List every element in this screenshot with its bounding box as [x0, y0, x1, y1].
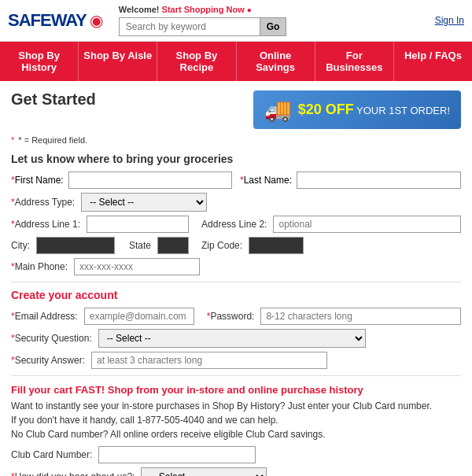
address-line1-label: *Address Line 1: [11, 219, 80, 230]
email-label: *Email Address: [11, 311, 78, 322]
nav-item-business[interactable]: For Businesses [315, 42, 394, 81]
banner-subtitle: YOUR 1ST ORDER! [356, 105, 450, 116]
sign-in-link[interactable]: Sign In [435, 15, 464, 26]
header: SAFEWAY ◉ Welcome! Start Shopping Now ● … [0, 0, 472, 42]
search-row: Go [119, 17, 419, 36]
security-answer-label: *Security Answer: [11, 355, 85, 366]
logo-icon: ◉ [90, 11, 103, 30]
logo-text: SAFEWAY [8, 10, 87, 31]
first-name-col: *First Name: [11, 172, 232, 189]
fill-cart-desc2: If you don't have it handy, call 1-877-5… [11, 413, 461, 427]
nav-bar: Shop By History Shop By Aisle Shop By Re… [0, 42, 472, 81]
last-name-label: *Last Name: [240, 175, 292, 186]
address-line1-input[interactable] [87, 216, 189, 233]
security-question-select[interactable]: -- Select -- [98, 329, 366, 348]
email-input[interactable] [84, 308, 194, 325]
fill-cart-desc1: Want to instantly see your in-store purc… [11, 399, 461, 413]
main-content: Get Started 🚚 $20 OFF YOUR 1ST ORDER! * … [0, 81, 472, 476]
address-line2-label: Address Line 2: [201, 219, 267, 230]
city-label: City: [11, 240, 30, 251]
phone-row: *Main Phone: [11, 258, 461, 275]
top-section: Get Started 🚚 $20 OFF YOUR 1ST ORDER! [11, 90, 461, 129]
name-row: *First Name: *Last Name: [11, 172, 461, 189]
security-question-label: *Security Question: [11, 333, 92, 344]
password-label: *Password: [207, 311, 255, 322]
state-input[interactable] [157, 237, 189, 254]
search-button[interactable]: Go [260, 17, 287, 36]
nav-item-history[interactable]: Shop By History [0, 42, 79, 81]
last-name-col: *Last Name: [240, 172, 461, 189]
first-name-label: *First Name: [11, 175, 64, 186]
get-started-title: Get Started [11, 90, 96, 109]
phone-input[interactable] [74, 258, 200, 275]
security-answer-row: *Security Answer: [11, 352, 461, 369]
city-input[interactable] [36, 237, 115, 254]
first-name-input[interactable] [68, 172, 232, 189]
zip-input[interactable] [249, 237, 304, 254]
state-label: State [129, 240, 151, 251]
address-line2-input[interactable] [273, 216, 461, 233]
account-section-title: Create your account [11, 289, 461, 301]
discount-text: $20 OFF [298, 101, 354, 117]
club-card-label: Club Card Number: [11, 449, 92, 460]
password-input[interactable] [260, 308, 461, 325]
hear-about-row: *How did you hear about us?: -- Select -… [11, 467, 461, 476]
nav-item-aisle[interactable]: Shop By Aisle [79, 42, 157, 81]
club-card-row: Club Card Number: [11, 446, 461, 463]
fill-cart-title: Fill your cart FAST! Shop from your in-s… [11, 384, 461, 396]
hear-about-select[interactable]: -- Select -- [141, 467, 267, 476]
security-answer-input[interactable] [91, 352, 327, 369]
nav-item-recipe[interactable]: Shop By Recipe [157, 42, 236, 81]
truck-icon: 🚚 [264, 97, 292, 123]
address-type-row: *Address Type: -- Select -- [11, 193, 461, 212]
hear-about-label: *How did you hear about us?: [11, 471, 135, 476]
banner-text: $20 OFF YOUR 1ST ORDER! [298, 101, 450, 119]
fill-cart-desc3: No Club Card number? All online orders r… [11, 427, 461, 441]
required-note: * * = Required field. [11, 135, 461, 145]
nav-item-help[interactable]: Help / FAQs [394, 42, 472, 81]
promo-banner: 🚚 $20 OFF YOUR 1ST ORDER! [253, 90, 461, 129]
address-type-select[interactable]: -- Select -- [81, 193, 207, 212]
welcome-label: Welcome! [119, 5, 160, 14]
logo-area: SAFEWAY ◉ [8, 10, 103, 31]
zip-label: Zip Code: [201, 240, 242, 251]
fill-cart-desc: Want to instantly see your in-store purc… [11, 399, 461, 441]
welcome-text: Welcome! Start Shopping Now ● [119, 5, 419, 14]
last-name-input[interactable] [297, 172, 461, 189]
search-input[interactable] [119, 17, 260, 36]
phone-label: *Main Phone: [11, 261, 68, 272]
grocery-section-title: Let us know where to bring your grocerie… [11, 153, 461, 165]
page-title: Get Started [11, 90, 96, 109]
address-lines-row: *Address Line 1: Address Line 2: [11, 216, 461, 233]
security-question-row: *Security Question: -- Select -- [11, 329, 461, 348]
start-shopping-link[interactable]: Start Shopping Now [162, 5, 245, 14]
club-card-input[interactable] [98, 446, 256, 463]
dot-indicator: ● [247, 6, 252, 14]
nav-item-savings[interactable]: Online Savings [237, 42, 315, 81]
email-password-row: *Email Address: *Password: [11, 308, 461, 325]
city-state-zip-row: City: State Zip Code: [11, 237, 461, 254]
fill-cart-section: Fill your cart FAST! Shop from your in-s… [11, 384, 461, 476]
header-middle: Welcome! Start Shopping Now ● Go [103, 5, 435, 36]
address-type-label: *Address Type: [11, 197, 75, 208]
